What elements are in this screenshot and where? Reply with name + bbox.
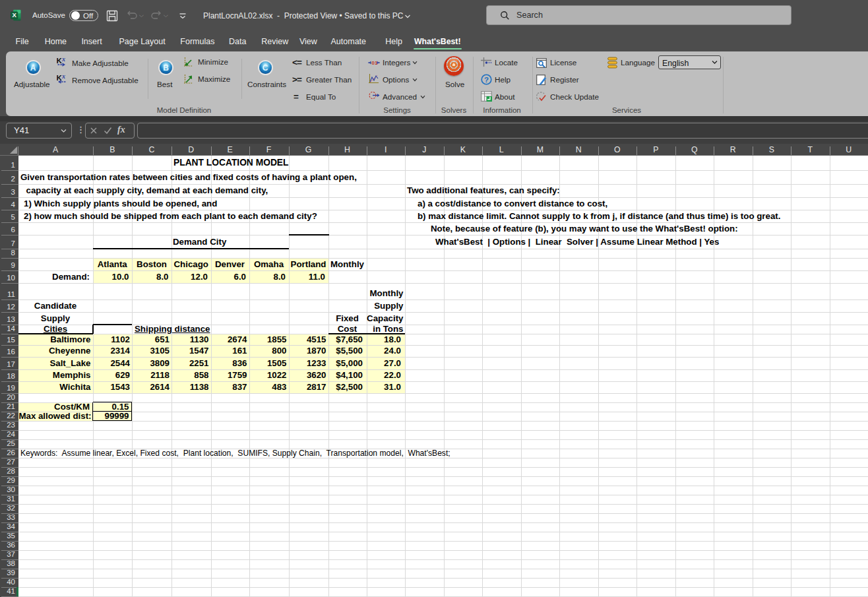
svg-text:01: 01 bbox=[372, 60, 378, 66]
svg-text:X: X bbox=[12, 11, 16, 18]
svg-text:?: ? bbox=[484, 76, 489, 84]
svg-text:x: x bbox=[61, 57, 65, 63]
svg-text:x: x bbox=[61, 74, 65, 80]
